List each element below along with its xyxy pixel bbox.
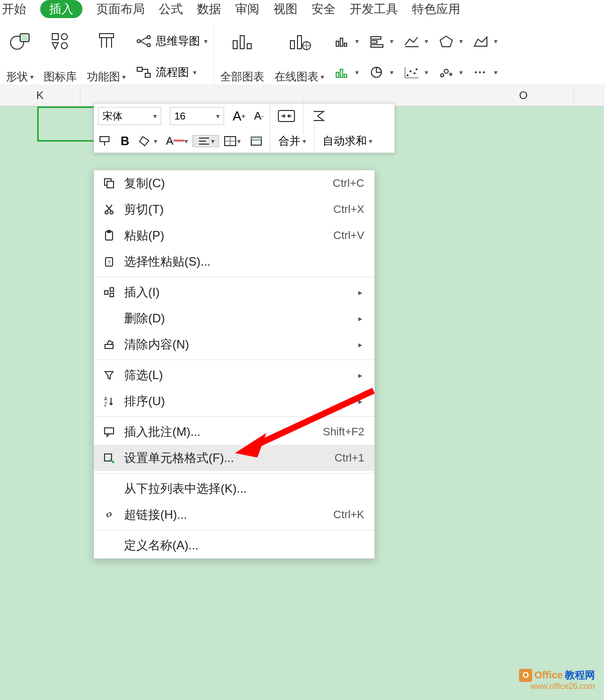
ribbon-function-chart[interactable]: 功能图▾ [87,26,126,87]
font-grow-button[interactable]: A+ [229,108,250,124]
svg-point-39 [416,68,418,70]
bar-chart-preset-2[interactable]: ▾ [334,60,359,84]
svg-text:Z: Z [104,402,107,407]
line-chart-preset[interactable]: ▾ [404,29,428,53]
pie-chart-preset[interactable]: ▾ [369,60,393,84]
svg-rect-20 [290,41,294,49]
copy-icon [102,176,116,190]
svg-point-44 [444,69,448,73]
cm-format-cells[interactable]: 设置单元格格式(F)... Ctrl+1 [94,445,374,471]
tab-formula[interactable]: 公式 [159,1,183,17]
autosum-icon[interactable] [306,108,332,124]
svg-point-10 [137,40,140,43]
radar-chart-preset[interactable]: ▾ [438,29,463,53]
border-button[interactable]: ▾ [219,135,245,147]
cm-define-name[interactable]: 定义名称(A)... [94,532,374,558]
cm-clear[interactable]: 清除内容(N) ▸ [94,331,374,358]
scatter-chart-preset[interactable]: ▾ [404,60,428,84]
hbar-chart-preset[interactable]: ▾ [369,29,393,53]
font-shrink-button[interactable]: A- [250,109,268,123]
ribbon-shapes[interactable]: 形状▾ [6,26,34,87]
merge-icon[interactable] [272,108,301,124]
svg-rect-33 [371,45,383,47]
col-k[interactable]: K [0,84,80,106]
svg-rect-6 [99,34,114,38]
cm-cut-label: 剪切(T) [124,201,325,217]
svg-point-46 [475,71,477,73]
col-o[interactable]: O [473,84,574,106]
ribbon-flowchart[interactable]: 流程图▾ [136,60,208,84]
svg-rect-72 [105,344,113,348]
svg-point-47 [479,71,481,73]
ribbon-icon-lib[interactable]: 图标库 [44,26,77,87]
tab-insert[interactable]: 插入 [40,0,82,18]
svg-rect-27 [344,43,347,46]
tab-data[interactable]: 数据 [197,1,221,17]
ribbon-all-charts[interactable]: 全部图表 [220,26,264,87]
cm-cut[interactable]: 剪切(T) Ctrl+X [94,196,374,222]
more-chart-preset[interactable]: ▾ [473,60,497,84]
bold-button[interactable]: B [117,134,134,148]
tab-security[interactable]: 安全 [312,1,336,17]
cm-filter[interactable]: 筛选(L) ▸ [94,362,374,388]
cm-dropdown-label: 从下拉列表中选择(K)... [124,481,364,497]
font-select[interactable]: 宋体▾ [98,107,161,125]
autosum-button[interactable]: 自动求和▾ [317,134,378,149]
watermark-logo-icon: O [519,669,532,682]
filter-icon [102,368,116,382]
svg-text:A: A [104,396,108,402]
cm-comment-label: 插入批注(M)... [124,424,315,440]
tab-review[interactable]: 审阅 [235,1,259,17]
shapes-icon [8,29,33,52]
svg-rect-26 [340,38,343,46]
font-value: 宋体 [103,109,123,123]
ribbon-mindmap[interactable]: 思维导图▾ [136,29,208,53]
bubble-chart-preset[interactable]: ▾ [438,60,463,84]
svg-rect-32 [371,41,377,43]
font-color-button[interactable]: A▾ [162,135,192,148]
ribbon-chart-presets-5: ▾ ▾ [473,26,497,87]
cm-dropdown-select[interactable]: 从下拉列表中选择(K)... [94,476,374,502]
cm-format-shortcut: Ctrl+1 [335,451,364,464]
svg-rect-25 [336,41,339,46]
cm-comment[interactable]: 插入批注(M)... Shift+F2 [94,419,374,445]
svg-line-14 [140,41,147,45]
svg-rect-69 [105,291,108,294]
format-painter-button[interactable] [94,135,117,148]
svg-rect-1 [20,34,29,42]
merge-button[interactable]: 合并▾ [272,134,312,149]
ribbon-online-charts[interactable]: 在线图表▾ [274,26,324,87]
svg-point-43 [441,74,444,77]
svg-rect-16 [145,73,150,77]
tab-developer[interactable]: 开发工具 [350,1,398,17]
cm-hyperlink[interactable]: 超链接(H)... Ctrl+K [94,502,374,528]
align-button[interactable]: ▾ [192,135,219,147]
cm-paste-special[interactable]: ? 选择性粘贴(S)... [94,249,374,275]
tab-page-layout[interactable]: 页面布局 [96,1,145,17]
cm-insert[interactable]: 插入(I) ▸ [94,279,374,305]
tab-feature[interactable]: 特色应用 [412,1,460,17]
tab-start[interactable]: 开始 [2,1,26,17]
cm-copy-shortcut: Ctrl+C [333,177,364,190]
svg-line-13 [140,37,147,41]
area-chart-preset[interactable]: ▾ [473,29,497,53]
mindmap-label: 思维导图 [156,34,200,49]
cm-delete[interactable]: 删除(D) ▸ [94,305,374,331]
svg-rect-71 [110,293,114,297]
font-size-select[interactable]: 16▾ [170,107,224,125]
cm-copy[interactable]: 复制(C) Ctrl+C [94,170,374,196]
shapes-label: 形状 [6,69,28,84]
freeze-button[interactable] [245,135,268,147]
mindmap-icon [136,34,152,48]
cm-sort[interactable]: AZ 排序(U) ▸ [94,388,374,414]
svg-rect-28 [336,72,339,77]
ribbon-chart-presets-2: ▾ ▾ [369,26,393,87]
cm-psp-label: 选择性粘贴(S)... [124,254,364,270]
tab-view[interactable]: 视图 [273,1,297,17]
cm-paste[interactable]: 粘贴(P) Ctrl+V [94,222,374,249]
hyperlink-icon [102,508,116,522]
ribbon-chart-presets-1: ▾ ▾ [334,26,359,87]
bar-chart-preset[interactable]: ▾ [334,29,359,53]
cm-filter-label: 筛选(L) [124,367,350,383]
fill-color-button[interactable]: ▾ [134,135,162,148]
